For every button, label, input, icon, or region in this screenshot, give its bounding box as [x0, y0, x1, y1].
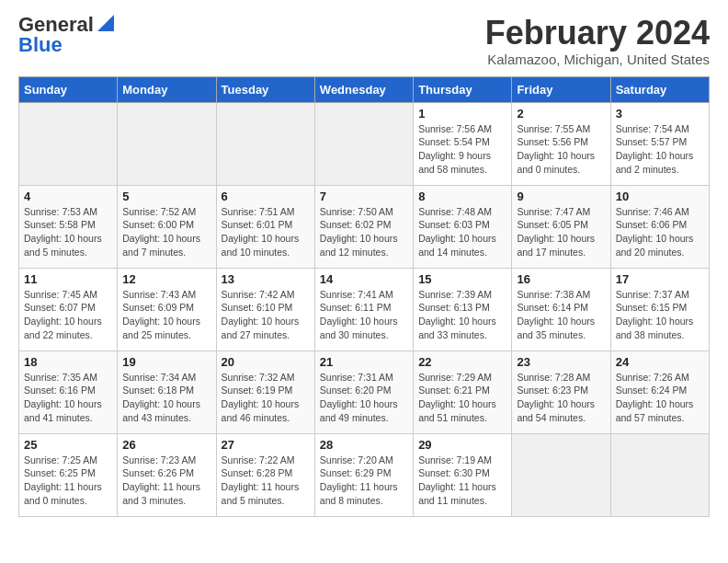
title-area: February 2024 Kalamazoo, Michigan, Unite…: [485, 15, 710, 67]
day-info: Sunrise: 7:53 AM Sunset: 5:58 PM Dayligh…: [24, 205, 112, 259]
page-header: General Blue February 2024 Kalamazoo, Mi…: [18, 15, 710, 67]
day-number: 6: [222, 190, 310, 203]
calendar-cell: 23Sunrise: 7:28 AM Sunset: 6:23 PM Dayli…: [512, 350, 610, 433]
header-wednesday: Wednesday: [314, 76, 413, 102]
calendar-cell: [216, 102, 314, 185]
calendar-cell: 21Sunrise: 7:31 AM Sunset: 6:20 PM Dayli…: [314, 350, 413, 433]
header-saturday: Saturday: [610, 76, 709, 102]
header-tuesday: Tuesday: [216, 76, 314, 102]
calendar-cell: 28Sunrise: 7:20 AM Sunset: 6:29 PM Dayli…: [314, 433, 413, 516]
calendar-cell: 17Sunrise: 7:37 AM Sunset: 6:15 PM Dayli…: [610, 268, 709, 350]
page-location: Kalamazoo, Michigan, United States: [485, 52, 710, 67]
day-info: Sunrise: 7:42 AM Sunset: 6:10 PM Dayligh…: [222, 288, 310, 342]
day-info: Sunrise: 7:50 AM Sunset: 6:02 PM Dayligh…: [320, 205, 408, 259]
calendar-cell: 3Sunrise: 7:54 AM Sunset: 5:57 PM Daylig…: [610, 102, 709, 185]
day-number: 28: [320, 438, 408, 452]
day-info: Sunrise: 7:22 AM Sunset: 6:28 PM Dayligh…: [222, 454, 310, 508]
calendar-cell: [512, 433, 610, 516]
day-number: 3: [616, 107, 704, 121]
day-info: Sunrise: 7:41 AM Sunset: 6:11 PM Dayligh…: [320, 288, 408, 342]
day-info: Sunrise: 7:29 AM Sunset: 6:21 PM Dayligh…: [418, 371, 506, 425]
day-number: 11: [24, 272, 112, 286]
day-info: Sunrise: 7:23 AM Sunset: 6:26 PM Dayligh…: [122, 454, 210, 508]
header-friday: Friday: [512, 76, 610, 102]
calendar-cell: 24Sunrise: 7:26 AM Sunset: 6:24 PM Dayli…: [610, 350, 709, 433]
calendar-header: Sunday Monday Tuesday Wednesday Thursday…: [19, 76, 710, 102]
calendar-cell: 10Sunrise: 7:46 AM Sunset: 6:06 PM Dayli…: [610, 185, 709, 268]
day-info: Sunrise: 7:43 AM Sunset: 6:09 PM Dayligh…: [122, 288, 210, 342]
day-number: 13: [222, 272, 310, 286]
day-info: Sunrise: 7:51 AM Sunset: 6:01 PM Dayligh…: [222, 205, 310, 259]
calendar-cell: 12Sunrise: 7:43 AM Sunset: 6:09 PM Dayli…: [118, 268, 216, 350]
day-info: Sunrise: 7:25 AM Sunset: 6:25 PM Dayligh…: [24, 454, 112, 508]
day-info: Sunrise: 7:55 AM Sunset: 5:56 PM Dayligh…: [517, 122, 605, 177]
calendar-cell: 18Sunrise: 7:35 AM Sunset: 6:16 PM Dayli…: [19, 350, 118, 433]
day-number: 22: [418, 355, 506, 369]
day-info: Sunrise: 7:26 AM Sunset: 6:24 PM Dayligh…: [616, 371, 704, 425]
page-title: February 2024: [485, 15, 710, 52]
calendar-cell: 26Sunrise: 7:23 AM Sunset: 6:26 PM Dayli…: [118, 433, 216, 516]
day-number: 29: [418, 438, 506, 452]
calendar-cell: 19Sunrise: 7:34 AM Sunset: 6:18 PM Dayli…: [118, 350, 216, 433]
day-info: Sunrise: 7:20 AM Sunset: 6:29 PM Dayligh…: [320, 454, 408, 508]
calendar-body: 1Sunrise: 7:56 AM Sunset: 5:54 PM Daylig…: [19, 102, 710, 516]
day-info: Sunrise: 7:45 AM Sunset: 6:07 PM Dayligh…: [24, 288, 112, 342]
day-number: 9: [517, 190, 605, 203]
day-number: 27: [222, 438, 310, 452]
day-number: 10: [616, 190, 704, 203]
calendar-cell: 29Sunrise: 7:19 AM Sunset: 6:30 PM Dayli…: [414, 433, 512, 516]
day-info: Sunrise: 7:47 AM Sunset: 6:05 PM Dayligh…: [517, 205, 605, 259]
day-number: 14: [320, 272, 408, 286]
calendar-cell: 2Sunrise: 7:55 AM Sunset: 5:56 PM Daylig…: [512, 102, 610, 185]
logo: General Blue: [18, 15, 114, 55]
day-number: 26: [122, 438, 210, 452]
calendar-cell: [118, 102, 216, 185]
day-number: 17: [616, 272, 704, 286]
day-number: 18: [24, 355, 112, 369]
day-info: Sunrise: 7:48 AM Sunset: 6:03 PM Dayligh…: [418, 205, 506, 259]
calendar-cell: 6Sunrise: 7:51 AM Sunset: 6:01 PM Daylig…: [216, 185, 314, 268]
header-monday: Monday: [118, 76, 216, 102]
calendar-table: Sunday Monday Tuesday Wednesday Thursday…: [18, 76, 710, 517]
day-number: 21: [320, 355, 408, 369]
day-number: 4: [24, 190, 112, 203]
calendar-cell: 22Sunrise: 7:29 AM Sunset: 6:21 PM Dayli…: [414, 350, 512, 433]
day-info: Sunrise: 7:32 AM Sunset: 6:19 PM Dayligh…: [222, 371, 310, 425]
header-row: Sunday Monday Tuesday Wednesday Thursday…: [19, 76, 710, 102]
calendar-cell: 20Sunrise: 7:32 AM Sunset: 6:19 PM Dayli…: [216, 350, 314, 433]
day-info: Sunrise: 7:52 AM Sunset: 6:00 PM Dayligh…: [122, 205, 210, 259]
day-number: 25: [24, 438, 112, 452]
day-info: Sunrise: 7:35 AM Sunset: 6:16 PM Dayligh…: [24, 371, 112, 425]
day-number: 1: [418, 107, 506, 121]
day-number: 12: [122, 272, 210, 286]
calendar-cell: 8Sunrise: 7:48 AM Sunset: 6:03 PM Daylig…: [414, 185, 512, 268]
calendar-cell: 1Sunrise: 7:56 AM Sunset: 5:54 PM Daylig…: [414, 102, 512, 185]
day-info: Sunrise: 7:46 AM Sunset: 6:06 PM Dayligh…: [616, 205, 704, 259]
logo-arrow-icon: [97, 15, 114, 31]
calendar-cell: 7Sunrise: 7:50 AM Sunset: 6:02 PM Daylig…: [314, 185, 413, 268]
day-info: Sunrise: 7:39 AM Sunset: 6:13 PM Dayligh…: [418, 288, 506, 342]
day-info: Sunrise: 7:28 AM Sunset: 6:23 PM Dayligh…: [517, 371, 605, 425]
calendar-cell: 15Sunrise: 7:39 AM Sunset: 6:13 PM Dayli…: [414, 268, 512, 350]
day-number: 5: [122, 190, 210, 203]
svg-marker-0: [97, 15, 114, 31]
calendar-week-3: 11Sunrise: 7:45 AM Sunset: 6:07 PM Dayli…: [19, 268, 710, 350]
day-info: Sunrise: 7:54 AM Sunset: 5:57 PM Dayligh…: [616, 122, 704, 177]
calendar-cell: 16Sunrise: 7:38 AM Sunset: 6:14 PM Dayli…: [512, 268, 610, 350]
day-number: 16: [517, 272, 605, 286]
calendar-cell: 5Sunrise: 7:52 AM Sunset: 6:00 PM Daylig…: [118, 185, 216, 268]
day-number: 2: [517, 107, 605, 121]
header-sunday: Sunday: [19, 76, 118, 102]
calendar-week-4: 18Sunrise: 7:35 AM Sunset: 6:16 PM Dayli…: [19, 350, 710, 433]
calendar-cell: 27Sunrise: 7:22 AM Sunset: 6:28 PM Dayli…: [216, 433, 314, 516]
day-info: Sunrise: 7:31 AM Sunset: 6:20 PM Dayligh…: [320, 371, 408, 425]
calendar-week-1: 1Sunrise: 7:56 AM Sunset: 5:54 PM Daylig…: [19, 102, 710, 185]
day-number: 20: [222, 355, 310, 369]
day-number: 7: [320, 190, 408, 203]
day-number: 8: [418, 190, 506, 203]
day-info: Sunrise: 7:56 AM Sunset: 5:54 PM Dayligh…: [418, 122, 506, 177]
logo-general-text: General: [18, 15, 94, 35]
calendar-week-2: 4Sunrise: 7:53 AM Sunset: 5:58 PM Daylig…: [19, 185, 710, 268]
day-number: 23: [517, 355, 605, 369]
day-info: Sunrise: 7:37 AM Sunset: 6:15 PM Dayligh…: [616, 288, 704, 342]
